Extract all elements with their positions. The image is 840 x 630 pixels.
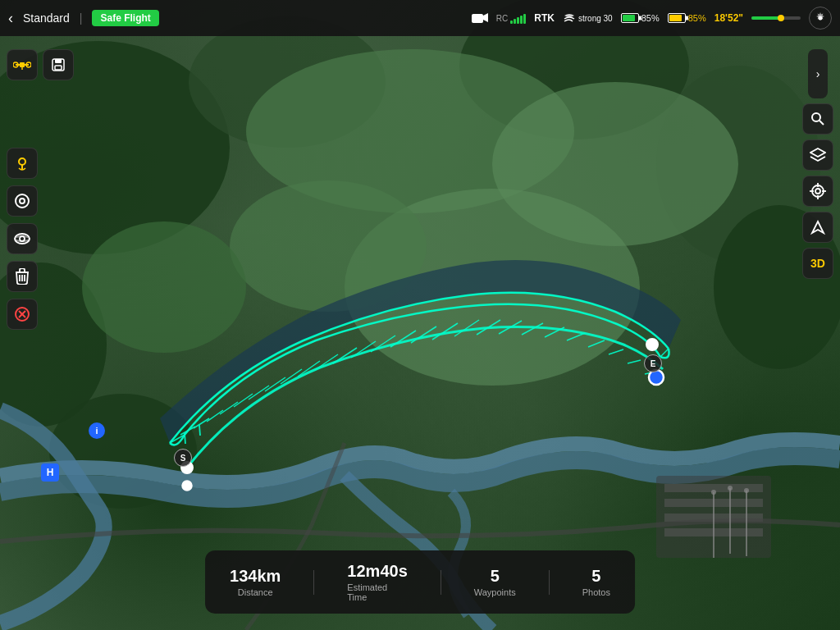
svg-point-20 [711,490,716,495]
hospital-marker[interactable]: H [41,463,59,482]
settings-icon [815,12,826,24]
end-label: E [644,354,662,372]
divider-3 [549,570,550,595]
top-navigation-bar: ‹ Standard | Safe Flight RC [0,0,840,36]
settings-button[interactable] [809,7,832,30]
save-icon [51,57,66,72]
location-area-button[interactable] [7,148,38,179]
wind-status: strong 30 [563,12,613,24]
safe-flight-badge[interactable]: Safe Flight [92,10,158,26]
layers-button[interactable] [802,139,833,171]
info-marker[interactable]: i [89,422,105,439]
battery2-percent: 85% [688,13,706,23]
flight-time: 18'52" [714,12,743,24]
navigate-icon [810,220,825,235]
waypoints-value: 5 [491,567,500,586]
svg-line-52 [819,121,824,125]
drone-button[interactable] [7,49,38,80]
rtk-status: RTK [534,12,555,24]
svg-rect-29 [472,14,483,23]
svg-point-40 [16,194,29,208]
time-label: 18'52" [714,12,743,24]
svg-rect-37 [55,59,62,63]
target-icon [810,183,826,199]
expand-panel-button[interactable]: › [808,49,828,98]
location-area-icon [14,155,30,171]
battery1-icon [621,13,639,23]
svg-marker-53 [810,148,825,157]
svg-point-55 [815,189,820,194]
svg-point-39 [19,158,25,165]
svg-point-21 [728,486,733,491]
chevron-right-icon: › [816,67,820,80]
close-icon [14,306,30,322]
separator: | [80,11,83,25]
time-value: 12m40s [347,562,407,581]
rc-label: RC [496,14,508,23]
toolbar-row-1 [7,49,74,80]
photos-label: Photos [582,587,610,597]
info-icon[interactable]: i [89,422,105,439]
left-side-icons [7,148,38,330]
svg-marker-30 [483,13,488,22]
waypoints-label: Waypoints [474,587,516,597]
time-stat: 12m40s Estimated Time [347,562,408,602]
photos-stat: 5 Photos [582,567,610,597]
save-button[interactable] [43,49,74,80]
distance-label: Distance [238,587,273,597]
svg-rect-32 [20,62,25,67]
view-button[interactable] [7,223,38,254]
start-marker: S [174,449,192,467]
signal-bars [510,12,526,24]
search-button[interactable] [802,103,833,135]
photos-value: 5 [591,567,600,586]
battery1: 85% [621,13,660,23]
search-icon [810,112,825,126]
signal-strength: strong 30 [578,14,613,23]
svg-marker-60 [812,221,824,233]
rc-signal-status: RC [496,12,526,24]
svg-point-44 [15,236,30,241]
layers-icon [810,148,826,162]
bottom-stats-panel: 134km Distance 12m40s Estimated Time 5 W… [205,550,635,614]
locate-button[interactable] [802,176,833,207]
map-background[interactable] [0,0,840,630]
trash-icon [15,268,30,285]
battery2-icon [668,13,686,23]
navigate-button[interactable] [802,212,833,243]
favorite-button[interactable] [7,185,38,217]
battery2: 85% [668,13,706,23]
waypoints-stat: 5 Waypoints [474,567,516,597]
drone-icon [13,58,31,71]
battery1-percent: 85% [641,13,660,23]
distance-value: 134km [230,567,281,586]
mode-label: Standard [23,11,70,25]
left-toolbar [7,49,74,80]
3d-label: 3D [810,257,825,270]
divider-2 [441,570,441,595]
start-label: S [174,449,192,467]
svg-point-54 [812,185,824,197]
right-toolbar: › 3D [802,49,833,279]
3d-button[interactable]: 3D [802,248,833,279]
svg-point-51 [812,113,820,121]
delete-button[interactable] [7,261,38,292]
back-button[interactable]: ‹ [8,10,13,27]
terrain-overlay [0,0,840,630]
favorite-icon [14,193,30,209]
svg-point-22 [744,488,749,493]
rtk-badge: RTK [534,12,555,24]
camera-icon [472,11,488,25]
close-button[interactable] [7,299,38,330]
hospital-icon[interactable]: H [41,463,59,482]
svg-point-42 [15,234,30,244]
camera-status [472,11,488,25]
progress-dot [778,15,784,21]
svg-point-41 [20,199,25,203]
wind-icon [563,12,576,24]
view-icon [13,231,31,246]
distance-stat: 134km Distance [230,567,281,597]
svg-point-10 [230,180,427,312]
end-marker: E [644,354,662,372]
svg-rect-38 [55,66,62,70]
